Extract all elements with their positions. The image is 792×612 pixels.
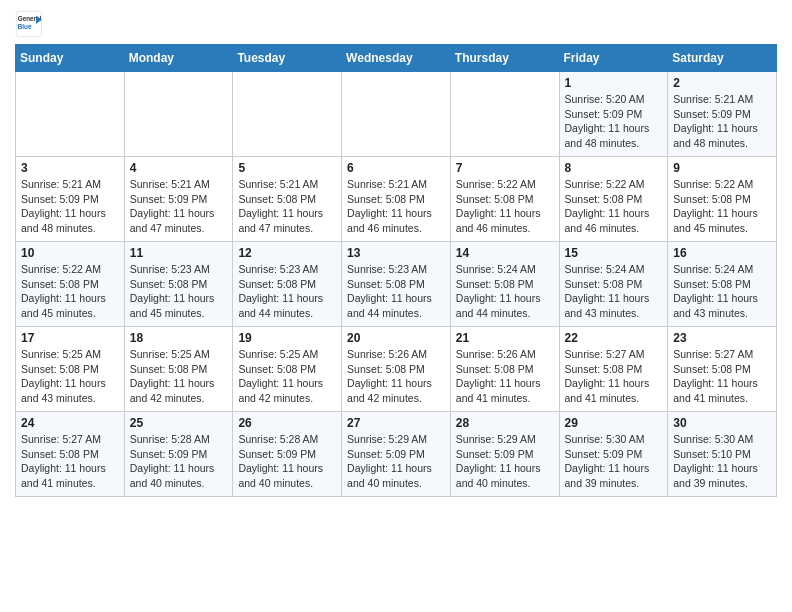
day-info: Sunrise: 5:29 AM Sunset: 5:09 PM Dayligh… [456,432,554,491]
day-info: Sunrise: 5:24 AM Sunset: 5:08 PM Dayligh… [673,262,771,321]
day-info: Sunrise: 5:30 AM Sunset: 5:10 PM Dayligh… [673,432,771,491]
day-info: Sunrise: 5:21 AM Sunset: 5:09 PM Dayligh… [130,177,228,236]
day-number: 1 [565,76,663,90]
calendar-cell: 15Sunrise: 5:24 AM Sunset: 5:08 PM Dayli… [559,242,668,327]
day-info: Sunrise: 5:25 AM Sunset: 5:08 PM Dayligh… [238,347,336,406]
day-header-saturday: Saturday [668,45,777,72]
calendar-cell: 30Sunrise: 5:30 AM Sunset: 5:10 PM Dayli… [668,412,777,497]
calendar-cell: 24Sunrise: 5:27 AM Sunset: 5:08 PM Dayli… [16,412,125,497]
day-info: Sunrise: 5:21 AM Sunset: 5:09 PM Dayligh… [673,92,771,151]
svg-text:Blue: Blue [18,23,32,30]
calendar-cell [16,72,125,157]
calendar-cell [233,72,342,157]
calendar-cell: 20Sunrise: 5:26 AM Sunset: 5:08 PM Dayli… [342,327,451,412]
logo: General Blue [15,10,47,38]
calendar-cell: 29Sunrise: 5:30 AM Sunset: 5:09 PM Dayli… [559,412,668,497]
calendar-cell: 8Sunrise: 5:22 AM Sunset: 5:08 PM Daylig… [559,157,668,242]
calendar-cell: 10Sunrise: 5:22 AM Sunset: 5:08 PM Dayli… [16,242,125,327]
calendar-cell: 23Sunrise: 5:27 AM Sunset: 5:08 PM Dayli… [668,327,777,412]
day-info: Sunrise: 5:24 AM Sunset: 5:08 PM Dayligh… [456,262,554,321]
day-number: 13 [347,246,445,260]
day-info: Sunrise: 5:21 AM Sunset: 5:09 PM Dayligh… [21,177,119,236]
day-number: 12 [238,246,336,260]
day-info: Sunrise: 5:27 AM Sunset: 5:08 PM Dayligh… [21,432,119,491]
day-number: 15 [565,246,663,260]
day-header-friday: Friday [559,45,668,72]
calendar-cell: 11Sunrise: 5:23 AM Sunset: 5:08 PM Dayli… [124,242,233,327]
calendar-cell: 12Sunrise: 5:23 AM Sunset: 5:08 PM Dayli… [233,242,342,327]
day-number: 19 [238,331,336,345]
calendar-week-row: 10Sunrise: 5:22 AM Sunset: 5:08 PM Dayli… [16,242,777,327]
calendar-cell: 26Sunrise: 5:28 AM Sunset: 5:09 PM Dayli… [233,412,342,497]
day-info: Sunrise: 5:26 AM Sunset: 5:08 PM Dayligh… [347,347,445,406]
day-info: Sunrise: 5:28 AM Sunset: 5:09 PM Dayligh… [238,432,336,491]
day-number: 3 [21,161,119,175]
day-info: Sunrise: 5:21 AM Sunset: 5:08 PM Dayligh… [347,177,445,236]
day-info: Sunrise: 5:30 AM Sunset: 5:09 PM Dayligh… [565,432,663,491]
day-info: Sunrise: 5:27 AM Sunset: 5:08 PM Dayligh… [673,347,771,406]
day-info: Sunrise: 5:22 AM Sunset: 5:08 PM Dayligh… [21,262,119,321]
day-number: 4 [130,161,228,175]
calendar-cell: 5Sunrise: 5:21 AM Sunset: 5:08 PM Daylig… [233,157,342,242]
calendar-cell: 19Sunrise: 5:25 AM Sunset: 5:08 PM Dayli… [233,327,342,412]
day-info: Sunrise: 5:21 AM Sunset: 5:08 PM Dayligh… [238,177,336,236]
calendar-cell: 14Sunrise: 5:24 AM Sunset: 5:08 PM Dayli… [450,242,559,327]
calendar-cell: 1Sunrise: 5:20 AM Sunset: 5:09 PM Daylig… [559,72,668,157]
day-number: 30 [673,416,771,430]
day-number: 28 [456,416,554,430]
day-number: 6 [347,161,445,175]
day-number: 27 [347,416,445,430]
calendar-cell: 7Sunrise: 5:22 AM Sunset: 5:08 PM Daylig… [450,157,559,242]
day-number: 10 [21,246,119,260]
calendar-week-row: 17Sunrise: 5:25 AM Sunset: 5:08 PM Dayli… [16,327,777,412]
calendar-cell [342,72,451,157]
day-number: 9 [673,161,771,175]
day-info: Sunrise: 5:26 AM Sunset: 5:08 PM Dayligh… [456,347,554,406]
day-info: Sunrise: 5:20 AM Sunset: 5:09 PM Dayligh… [565,92,663,151]
day-number: 8 [565,161,663,175]
day-number: 20 [347,331,445,345]
day-number: 21 [456,331,554,345]
calendar-table: SundayMondayTuesdayWednesdayThursdayFrid… [15,44,777,497]
calendar-cell [450,72,559,157]
day-number: 7 [456,161,554,175]
day-header-tuesday: Tuesday [233,45,342,72]
day-info: Sunrise: 5:24 AM Sunset: 5:08 PM Dayligh… [565,262,663,321]
day-number: 11 [130,246,228,260]
day-info: Sunrise: 5:25 AM Sunset: 5:08 PM Dayligh… [21,347,119,406]
day-info: Sunrise: 5:23 AM Sunset: 5:08 PM Dayligh… [347,262,445,321]
calendar-cell: 6Sunrise: 5:21 AM Sunset: 5:08 PM Daylig… [342,157,451,242]
day-header-monday: Monday [124,45,233,72]
day-info: Sunrise: 5:25 AM Sunset: 5:08 PM Dayligh… [130,347,228,406]
calendar-cell: 17Sunrise: 5:25 AM Sunset: 5:08 PM Dayli… [16,327,125,412]
day-info: Sunrise: 5:22 AM Sunset: 5:08 PM Dayligh… [456,177,554,236]
calendar-week-row: 24Sunrise: 5:27 AM Sunset: 5:08 PM Dayli… [16,412,777,497]
calendar-cell: 4Sunrise: 5:21 AM Sunset: 5:09 PM Daylig… [124,157,233,242]
header: General Blue [15,10,777,38]
day-info: Sunrise: 5:27 AM Sunset: 5:08 PM Dayligh… [565,347,663,406]
calendar-cell [124,72,233,157]
day-number: 29 [565,416,663,430]
day-info: Sunrise: 5:29 AM Sunset: 5:09 PM Dayligh… [347,432,445,491]
calendar-cell: 22Sunrise: 5:27 AM Sunset: 5:08 PM Dayli… [559,327,668,412]
calendar-cell: 28Sunrise: 5:29 AM Sunset: 5:09 PM Dayli… [450,412,559,497]
day-number: 17 [21,331,119,345]
day-info: Sunrise: 5:22 AM Sunset: 5:08 PM Dayligh… [673,177,771,236]
day-number: 2 [673,76,771,90]
day-header-sunday: Sunday [16,45,125,72]
day-number: 26 [238,416,336,430]
calendar-cell: 16Sunrise: 5:24 AM Sunset: 5:08 PM Dayli… [668,242,777,327]
calendar-cell: 3Sunrise: 5:21 AM Sunset: 5:09 PM Daylig… [16,157,125,242]
calendar-cell: 18Sunrise: 5:25 AM Sunset: 5:08 PM Dayli… [124,327,233,412]
logo-icon: General Blue [15,10,43,38]
day-info: Sunrise: 5:28 AM Sunset: 5:09 PM Dayligh… [130,432,228,491]
day-info: Sunrise: 5:23 AM Sunset: 5:08 PM Dayligh… [130,262,228,321]
day-info: Sunrise: 5:23 AM Sunset: 5:08 PM Dayligh… [238,262,336,321]
day-header-thursday: Thursday [450,45,559,72]
day-number: 14 [456,246,554,260]
calendar-cell: 2Sunrise: 5:21 AM Sunset: 5:09 PM Daylig… [668,72,777,157]
day-number: 5 [238,161,336,175]
day-number: 18 [130,331,228,345]
day-number: 23 [673,331,771,345]
day-header-wednesday: Wednesday [342,45,451,72]
